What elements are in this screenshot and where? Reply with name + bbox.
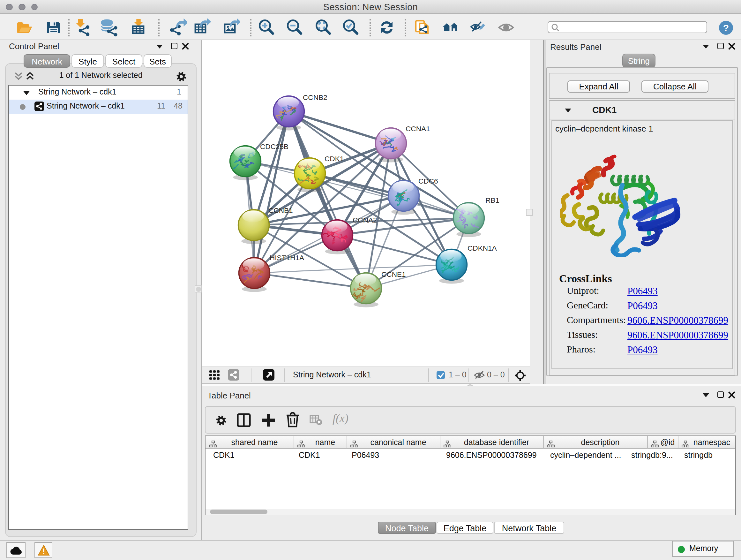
- svg-text:CDC25B: CDC25B: [260, 143, 288, 151]
- svg-text:CDC6: CDC6: [418, 177, 438, 185]
- svg-text:CCNB2: CCNB2: [303, 94, 327, 102]
- svg-text:CDKN1A: CDKN1A: [468, 244, 497, 252]
- svg-text:?: ?: [723, 23, 729, 33]
- svg-text:CCNB1: CCNB1: [268, 206, 293, 214]
- svg-text:CCNA1: CCNA1: [406, 125, 430, 133]
- svg-text:CCNA2: CCNA2: [353, 216, 377, 224]
- svg-text:CDK1: CDK1: [325, 155, 344, 163]
- svg-text:RB1: RB1: [485, 196, 499, 204]
- svg-text:HIST1H1A: HIST1H1A: [270, 254, 305, 262]
- svg-text:CCNE1: CCNE1: [381, 270, 406, 278]
